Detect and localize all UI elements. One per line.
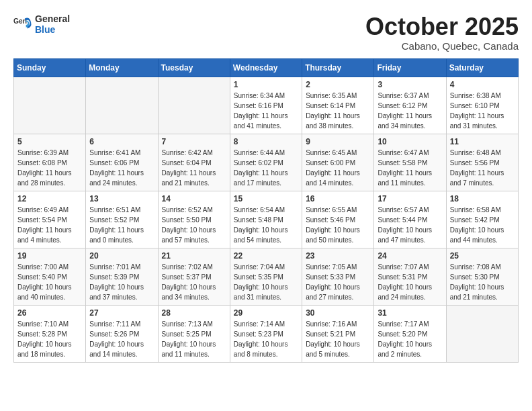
day-info: Sunrise: 6:35 AMSunset: 6:14 PMDaylight:… [306,91,370,131]
day-info: Sunrise: 6:45 AMSunset: 6:00 PMDaylight:… [306,148,370,188]
calendar-cell: 27Sunrise: 7:11 AMSunset: 5:26 PMDayligh… [86,305,158,362]
calendar-header-row: Sunday Monday Tuesday Wednesday Thursday… [14,58,519,77]
day-number: 26 [17,308,82,318]
header-sunday: Sunday [14,58,86,77]
day-number: 16 [306,194,370,203]
day-info: Sunrise: 6:58 AMSunset: 5:42 PMDaylight:… [450,205,515,245]
day-number: 9 [306,137,370,146]
day-info: Sunrise: 7:17 AMSunset: 5:20 PMDaylight:… [378,319,442,359]
calendar-cell: 26Sunrise: 7:10 AMSunset: 5:28 PMDayligh… [14,305,86,362]
subtitle: Cabano, Quebec, Canada [365,40,519,52]
day-info: Sunrise: 6:42 AMSunset: 6:04 PMDaylight:… [162,148,226,188]
calendar-cell [158,77,230,134]
calendar-cell: 21Sunrise: 7:02 AMSunset: 5:37 PMDayligh… [158,248,230,305]
day-number: 23 [306,251,370,261]
logo: Gen General Blue [13,13,70,35]
day-info: Sunrise: 7:04 AMSunset: 5:35 PMDaylight:… [234,262,298,302]
day-number: 2 [306,80,370,89]
calendar-cell: 23Sunrise: 7:05 AMSunset: 5:33 PMDayligh… [302,248,374,305]
day-number: 14 [162,194,226,203]
calendar-cell: 5Sunrise: 6:39 AMSunset: 6:08 PMDaylight… [14,134,86,191]
header-thursday: Thursday [302,58,374,77]
day-info: Sunrise: 7:00 AMSunset: 5:40 PMDaylight:… [17,262,82,302]
day-info: Sunrise: 6:52 AMSunset: 5:50 PMDaylight:… [162,205,226,245]
day-info: Sunrise: 7:01 AMSunset: 5:39 PMDaylight:… [89,262,154,302]
header-friday: Friday [374,58,446,77]
calendar-cell: 18Sunrise: 6:58 AMSunset: 5:42 PMDayligh… [446,191,518,248]
logo-text: General Blue [35,13,70,35]
day-number: 12 [17,194,82,203]
day-info: Sunrise: 7:07 AMSunset: 5:31 PMDaylight:… [378,262,442,302]
day-info: Sunrise: 6:48 AMSunset: 5:56 PMDaylight:… [450,148,515,188]
day-number: 29 [234,308,298,318]
calendar-cell: 25Sunrise: 7:08 AMSunset: 5:30 PMDayligh… [446,248,518,305]
day-info: Sunrise: 7:05 AMSunset: 5:33 PMDaylight:… [306,262,370,302]
day-info: Sunrise: 6:47 AMSunset: 5:58 PMDaylight:… [378,148,442,188]
calendar-cell: 15Sunrise: 6:54 AMSunset: 5:48 PMDayligh… [230,191,302,248]
calendar-cell: 4Sunrise: 6:38 AMSunset: 6:10 PMDaylight… [446,77,518,134]
day-info: Sunrise: 6:49 AMSunset: 5:54 PMDaylight:… [17,205,82,245]
day-number: 1 [234,80,298,89]
day-info: Sunrise: 6:57 AMSunset: 5:44 PMDaylight:… [378,205,442,245]
day-info: Sunrise: 6:34 AMSunset: 6:16 PMDaylight:… [234,91,298,131]
day-info: Sunrise: 7:02 AMSunset: 5:37 PMDaylight:… [162,262,226,302]
day-number: 8 [234,137,298,146]
calendar-cell: 13Sunrise: 6:51 AMSunset: 5:52 PMDayligh… [86,191,158,248]
calendar-cell: 7Sunrise: 6:42 AMSunset: 6:04 PMDaylight… [158,134,230,191]
calendar-cell: 2Sunrise: 6:35 AMSunset: 6:14 PMDaylight… [302,77,374,134]
calendar-cell: 3Sunrise: 6:37 AMSunset: 6:12 PMDaylight… [374,77,446,134]
day-number: 10 [378,137,442,146]
day-info: Sunrise: 7:16 AMSunset: 5:21 PMDaylight:… [306,319,370,359]
header-wednesday: Wednesday [230,58,302,77]
day-number: 27 [89,308,154,318]
day-number: 4 [450,80,515,89]
calendar-week-row: 26Sunrise: 7:10 AMSunset: 5:28 PMDayligh… [14,305,519,362]
day-number: 7 [162,137,226,146]
calendar-week-row: 5Sunrise: 6:39 AMSunset: 6:08 PMDaylight… [14,134,519,191]
day-info: Sunrise: 6:39 AMSunset: 6:08 PMDaylight:… [17,148,82,188]
day-number: 20 [89,251,154,261]
day-info: Sunrise: 6:41 AMSunset: 6:06 PMDaylight:… [89,148,154,188]
day-info: Sunrise: 6:37 AMSunset: 6:12 PMDaylight:… [378,91,442,131]
header-monday: Monday [86,58,158,77]
calendar-cell: 6Sunrise: 6:41 AMSunset: 6:06 PMDaylight… [86,134,158,191]
day-number: 15 [234,194,298,203]
day-number: 24 [378,251,442,261]
calendar-cell: 22Sunrise: 7:04 AMSunset: 5:35 PMDayligh… [230,248,302,305]
logo-icon: Gen [13,15,32,34]
day-info: Sunrise: 7:08 AMSunset: 5:30 PMDaylight:… [450,262,515,302]
day-number: 22 [234,251,298,261]
calendar-cell: 10Sunrise: 6:47 AMSunset: 5:58 PMDayligh… [374,134,446,191]
day-number: 28 [162,308,226,318]
calendar-cell: 12Sunrise: 6:49 AMSunset: 5:54 PMDayligh… [14,191,86,248]
calendar-week-row: 1Sunrise: 6:34 AMSunset: 6:16 PMDaylight… [14,77,519,134]
calendar-cell: 29Sunrise: 7:14 AMSunset: 5:23 PMDayligh… [230,305,302,362]
calendar-cell: 8Sunrise: 6:44 AMSunset: 6:02 PMDaylight… [230,134,302,191]
day-number: 3 [378,80,442,89]
calendar-cell: 31Sunrise: 7:17 AMSunset: 5:20 PMDayligh… [374,305,446,362]
calendar-cell: 20Sunrise: 7:01 AMSunset: 5:39 PMDayligh… [86,248,158,305]
page-container: Gen General Blue October 2025 Cabano, Qu… [0,0,532,369]
day-info: Sunrise: 7:11 AMSunset: 5:26 PMDaylight:… [89,319,154,359]
day-number: 6 [89,137,154,146]
day-number: 17 [378,194,442,203]
calendar-table: Sunday Monday Tuesday Wednesday Thursday… [13,58,519,363]
day-info: Sunrise: 6:55 AMSunset: 5:46 PMDaylight:… [306,205,370,245]
calendar-cell: 24Sunrise: 7:07 AMSunset: 5:31 PMDayligh… [374,248,446,305]
title-block: October 2025 Cabano, Quebec, Canada [365,13,519,52]
calendar-cell: 30Sunrise: 7:16 AMSunset: 5:21 PMDayligh… [302,305,374,362]
month-title: October 2025 [365,13,519,40]
day-info: Sunrise: 7:10 AMSunset: 5:28 PMDaylight:… [17,319,82,359]
day-number: 18 [450,194,515,203]
day-info: Sunrise: 6:38 AMSunset: 6:10 PMDaylight:… [450,91,515,131]
calendar-cell: 1Sunrise: 6:34 AMSunset: 6:16 PMDaylight… [230,77,302,134]
day-number: 21 [162,251,226,261]
calendar-cell [446,305,518,362]
day-number: 31 [378,308,442,318]
day-info: Sunrise: 7:13 AMSunset: 5:25 PMDaylight:… [162,319,226,359]
day-number: 13 [89,194,154,203]
day-info: Sunrise: 6:51 AMSunset: 5:52 PMDaylight:… [89,205,154,245]
day-number: 25 [450,251,515,261]
day-info: Sunrise: 6:44 AMSunset: 6:02 PMDaylight:… [234,148,298,188]
day-info: Sunrise: 6:54 AMSunset: 5:48 PMDaylight:… [234,205,298,245]
